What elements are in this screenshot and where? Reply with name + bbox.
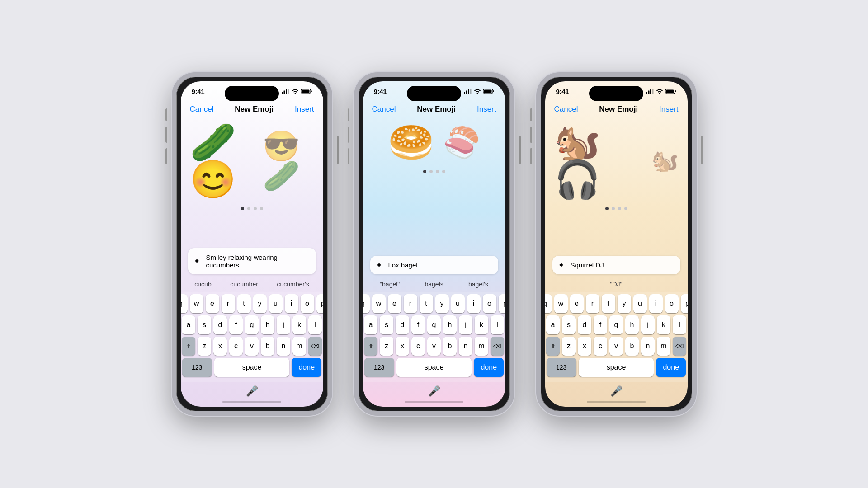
cancel-button-3[interactable]: Cancel	[554, 105, 578, 114]
key-h-3[interactable]: h	[625, 315, 639, 334]
key-e-3[interactable]: e	[570, 294, 584, 313]
key-b-1[interactable]: b	[261, 337, 274, 356]
key-w-3[interactable]: w	[554, 294, 568, 313]
emoji-primary-2[interactable]: 🥯	[388, 124, 434, 161]
key-t-3[interactable]: t	[602, 294, 615, 313]
cancel-button-1[interactable]: Cancel	[190, 105, 214, 114]
emoji-secondary-2[interactable]: 🍣	[443, 127, 480, 157]
key-p-3[interactable]: p	[681, 294, 688, 313]
key-y-3[interactable]: y	[618, 294, 631, 313]
key-o-1[interactable]: o	[301, 294, 314, 313]
insert-button-1[interactable]: Insert	[295, 105, 314, 114]
key-o-3[interactable]: o	[665, 294, 679, 313]
key-r-3[interactable]: r	[586, 294, 599, 313]
key-shift-1[interactable]: ⇧	[182, 337, 195, 356]
suggestion-2-2[interactable]: bagels	[421, 279, 447, 290]
key-a-1[interactable]: a	[182, 315, 195, 334]
key-y-2[interactable]: y	[435, 294, 449, 313]
key-n-3[interactable]: n	[641, 337, 655, 356]
key-r-1[interactable]: r	[222, 294, 235, 313]
emoji-secondary-3[interactable]: 🐿️	[651, 150, 679, 172]
input-field-1[interactable]: Smiley relaxing wearing cucumbers	[188, 248, 316, 274]
key-v-2[interactable]: v	[427, 337, 441, 356]
cancel-button-2[interactable]: Cancel	[372, 105, 396, 114]
key-d-3[interactable]: d	[578, 315, 591, 334]
key-i-2[interactable]: i	[467, 294, 481, 313]
key-g-2[interactable]: g	[427, 315, 441, 334]
suggestion-2-3[interactable]: bagel's	[465, 279, 492, 290]
key-x-2[interactable]: x	[396, 337, 409, 356]
key-f-1[interactable]: f	[229, 315, 243, 334]
insert-button-3[interactable]: Insert	[659, 105, 679, 114]
key-numbers-2[interactable]: 123	[364, 358, 394, 377]
key-e-2[interactable]: e	[388, 294, 401, 313]
key-shift-2[interactable]: ⇧	[364, 337, 377, 356]
key-u-3[interactable]: u	[633, 294, 647, 313]
key-c-3[interactable]: c	[594, 337, 607, 356]
key-s-1[interactable]: s	[198, 315, 211, 334]
key-backspace-2[interactable]: ⌫	[491, 337, 504, 356]
emoji-primary-1[interactable]: 🥒😊	[190, 124, 254, 198]
key-z-3[interactable]: z	[562, 337, 576, 356]
key-s-3[interactable]: s	[562, 315, 576, 334]
key-q-1[interactable]: q	[181, 294, 188, 313]
key-q-2[interactable]: q	[363, 294, 370, 313]
key-a-3[interactable]: a	[546, 315, 560, 334]
key-e-1[interactable]: e	[206, 294, 219, 313]
emoji-secondary-1[interactable]: 😎🥒	[263, 131, 314, 191]
key-numbers-3[interactable]: 123	[547, 358, 576, 377]
key-b-2[interactable]: b	[443, 337, 457, 356]
key-d-1[interactable]: d	[213, 315, 227, 334]
key-k-1[interactable]: k	[292, 315, 306, 334]
mic-icon-3[interactable]: 🎤	[610, 385, 623, 397]
key-space-2[interactable]: space	[396, 358, 472, 377]
key-f-2[interactable]: f	[411, 315, 425, 334]
suggestion-1-3[interactable]: cucumber's	[274, 279, 313, 290]
key-x-1[interactable]: x	[213, 337, 227, 356]
key-n-2[interactable]: n	[459, 337, 472, 356]
key-d-2[interactable]: d	[396, 315, 409, 334]
key-space-3[interactable]: space	[579, 358, 654, 377]
key-p-1[interactable]: p	[316, 294, 323, 313]
mic-icon-2[interactable]: 🎤	[428, 385, 440, 397]
suggestion-3-1[interactable]: "DJ"	[606, 279, 626, 290]
key-done-2[interactable]: done	[474, 358, 504, 377]
key-z-1[interactable]: z	[198, 337, 211, 356]
key-r-2[interactable]: r	[404, 294, 417, 313]
key-shift-3[interactable]: ⇧	[546, 337, 560, 356]
key-b-3[interactable]: b	[625, 337, 639, 356]
mic-icon-1[interactable]: 🎤	[246, 385, 258, 397]
key-h-2[interactable]: h	[443, 315, 457, 334]
input-field-2[interactable]: Lox bagel	[370, 256, 498, 274]
key-p-2[interactable]: p	[499, 294, 505, 313]
key-j-2[interactable]: j	[459, 315, 472, 334]
key-g-1[interactable]: g	[245, 315, 259, 334]
key-w-1[interactable]: w	[190, 294, 203, 313]
key-g-3[interactable]: g	[609, 315, 623, 334]
key-l-3[interactable]: l	[673, 315, 686, 334]
input-field-3[interactable]: Squirrel DJ	[552, 256, 680, 274]
suggestion-1-2[interactable]: cucumber	[226, 279, 261, 290]
key-t-2[interactable]: t	[420, 294, 433, 313]
key-x-3[interactable]: x	[578, 337, 591, 356]
key-k-2[interactable]: k	[475, 315, 488, 334]
key-o-2[interactable]: o	[483, 294, 496, 313]
key-space-1[interactable]: space	[214, 358, 289, 377]
key-k-3[interactable]: k	[657, 315, 670, 334]
key-done-1[interactable]: done	[292, 358, 321, 377]
key-i-3[interactable]: i	[649, 294, 663, 313]
key-u-1[interactable]: u	[269, 294, 283, 313]
key-w-2[interactable]: w	[372, 294, 386, 313]
key-c-1[interactable]: c	[229, 337, 243, 356]
key-h-1[interactable]: h	[261, 315, 274, 334]
key-backspace-3[interactable]: ⌫	[673, 337, 686, 356]
key-a-2[interactable]: a	[364, 315, 377, 334]
key-s-2[interactable]: s	[380, 315, 393, 334]
key-l-2[interactable]: l	[491, 315, 504, 334]
key-i-1[interactable]: i	[285, 294, 298, 313]
key-f-3[interactable]: f	[594, 315, 607, 334]
key-numbers-1[interactable]: 123	[182, 358, 212, 377]
key-m-2[interactable]: m	[475, 337, 488, 356]
key-done-3[interactable]: done	[656, 358, 686, 377]
key-v-3[interactable]: v	[609, 337, 623, 356]
